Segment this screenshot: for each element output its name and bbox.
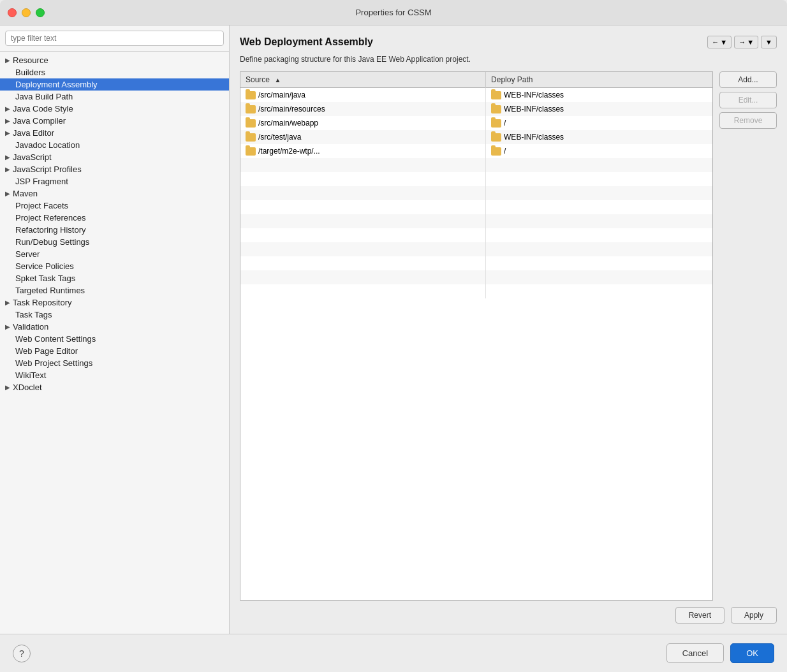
deploy-table-wrapper: Source ▲ Deploy Path /src/main/javaWEB-I… [240, 71, 713, 601]
folder-icon [491, 147, 501, 156]
sidebar-item-java-code-style[interactable]: ▶Java Code Style [0, 103, 229, 115]
window-title: Properties for CSSM [355, 8, 431, 17]
sidebar-item-java-editor[interactable]: ▶Java Editor [0, 127, 229, 139]
cancel-button[interactable]: Cancel [666, 643, 724, 663]
source-cell: /target/m2e-wtp/... [240, 144, 486, 158]
sidebar-item-javadoc-location[interactable]: Javadoc Location [0, 139, 229, 151]
source-cell: /src/main/resources [240, 102, 486, 116]
deploy-path: WEB-INF/classes [504, 133, 564, 142]
col-source-header[interactable]: Source ▲ [240, 72, 486, 88]
deploy-cell: WEB-INF/classes [486, 130, 712, 144]
edit-button[interactable]: Edit... [719, 92, 777, 108]
sidebar-item-label: Java Code Style [13, 104, 73, 113]
sidebar-item-javascript-profiles[interactable]: ▶JavaScript Profiles [0, 163, 229, 175]
sidebar-item-javascript[interactable]: ▶JavaScript [0, 151, 229, 163]
expand-arrow-icon: ▶ [3, 117, 13, 124]
main-window: Properties for CSSM ▶ResourceBuildersDep… [0, 0, 787, 672]
source-path: /src/test/java [258, 133, 301, 142]
empty-row [240, 284, 712, 298]
sidebar-item-label: Service Policies [15, 261, 74, 271]
empty-row [240, 186, 712, 200]
add-button[interactable]: Add... [719, 71, 777, 88]
sidebar-item-jsp-fragment[interactable]: JSP Fragment [0, 175, 229, 187]
deploy-path: / [504, 119, 506, 128]
sidebar-item-web-project-settings[interactable]: Web Project Settings [0, 357, 229, 369]
sidebar-item-label: Project References [15, 213, 86, 223]
sidebar-item-maven[interactable]: ▶Maven [0, 187, 229, 200]
menu-button[interactable]: ▼ [761, 36, 777, 48]
sidebar-item-label: Web Project Settings [15, 358, 92, 368]
help-button[interactable]: ? [13, 645, 31, 662]
sidebar-item-web-content-settings[interactable]: Web Content Settings [0, 333, 229, 345]
apply-button[interactable]: Apply [731, 607, 777, 624]
sidebar-item-wikitext[interactable]: WikiText [0, 369, 229, 381]
source-path: /src/main/resources [258, 105, 325, 113]
sidebar-item-targeted-runtimes[interactable]: Targeted Runtimes [0, 284, 229, 296]
ok-button[interactable]: OK [730, 643, 774, 663]
window-controls [8, 8, 45, 17]
source-path: /target/m2e-wtp/... [258, 147, 320, 156]
sidebar-item-project-facets[interactable]: Project Facets [0, 200, 229, 212]
forward-button[interactable]: → ▼ [734, 36, 758, 48]
col-deploy-header[interactable]: Deploy Path [486, 72, 712, 88]
deploy-cell: / [486, 116, 712, 130]
expand-arrow-icon: ▶ [3, 323, 13, 330]
empty-row [240, 158, 712, 172]
source-cell: /src/main/webapp [240, 116, 486, 130]
panel-title: Web Deployment Assembly [240, 36, 373, 48]
table-row[interactable]: /src/main/webapp/ [240, 116, 712, 130]
source-cell: /src/main/java [240, 88, 486, 103]
sidebar-item-web-page-editor[interactable]: Web Page Editor [0, 345, 229, 357]
sidebar-item-label: Validation [13, 322, 48, 332]
left-panel: ▶ResourceBuildersDeployment AssemblyJava… [0, 26, 230, 634]
sidebar-item-deployment-assembly[interactable]: Deployment Assembly [0, 78, 229, 91]
sidebar-item-builders[interactable]: Builders [0, 66, 229, 78]
nav-buttons: ← ▼ → ▼ ▼ [707, 36, 777, 48]
sidebar-item-label: Web Content Settings [15, 334, 96, 344]
table-row[interactable]: /target/m2e-wtp/.../ [240, 144, 712, 158]
sidebar-item-label: Run/Debug Settings [15, 237, 89, 247]
expand-arrow-icon: ▶ [3, 299, 13, 306]
empty-row [240, 256, 712, 270]
sidebar-item-label: Builders [15, 68, 45, 77]
sidebar-item-task-tags[interactable]: Task Tags [0, 309, 229, 321]
sidebar-item-refactoring-history[interactable]: Refactoring History [0, 224, 229, 236]
minimize-button[interactable] [22, 8, 31, 17]
sidebar-item-validation[interactable]: ▶Validation [0, 321, 229, 333]
sidebar-item-label: JavaScript Profiles [13, 164, 82, 174]
sidebar-item-project-references[interactable]: Project References [0, 212, 229, 224]
source-path: /src/main/java [258, 91, 305, 99]
sidebar-item-label: JavaScript [13, 152, 52, 162]
source-cell: /src/test/java [240, 130, 486, 144]
revert-button[interactable]: Revert [675, 607, 724, 624]
expand-arrow-icon: ▶ [3, 105, 13, 112]
sidebar-item-spket-task-tags[interactable]: Spket Task Tags [0, 272, 229, 284]
expand-arrow-icon: ▶ [3, 190, 13, 197]
table-row[interactable]: /src/main/javaWEB-INF/classes [240, 88, 712, 103]
filter-input[interactable] [5, 31, 224, 46]
sidebar-item-server[interactable]: Server [0, 248, 229, 260]
sidebar-item-xdoclet[interactable]: ▶XDoclet [0, 381, 229, 393]
sidebar-item-java-compiler[interactable]: ▶Java Compiler [0, 115, 229, 127]
table-row[interactable]: /src/test/javaWEB-INF/classes [240, 130, 712, 144]
expand-arrow-icon: ▶ [3, 57, 13, 64]
sidebar-item-label: Java Compiler [13, 116, 66, 126]
sidebar-item-resource[interactable]: ▶Resource [0, 54, 229, 66]
empty-row [240, 270, 712, 284]
sidebar-item-label: Maven [13, 189, 38, 198]
empty-row [240, 172, 712, 186]
sidebar-item-label: Task Repository [13, 298, 71, 307]
sidebar-item-task-repository[interactable]: ▶Task Repository [0, 296, 229, 309]
back-button[interactable]: ← ▼ [707, 36, 732, 48]
sidebar-item-service-policies[interactable]: Service Policies [0, 260, 229, 272]
sidebar-item-java-build-path[interactable]: Java Build Path [0, 91, 229, 103]
close-button[interactable] [8, 8, 17, 17]
remove-button[interactable]: Remove [719, 112, 777, 129]
sidebar-item-run-debug-settings[interactable]: Run/Debug Settings [0, 236, 229, 248]
table-row[interactable]: /src/main/resourcesWEB-INF/classes [240, 102, 712, 116]
sidebar-item-label: WikiText [15, 370, 46, 380]
action-buttons: Add... Edit... Remove [719, 71, 777, 601]
empty-row [240, 242, 712, 256]
maximize-button[interactable] [36, 8, 45, 17]
empty-row [240, 214, 712, 228]
